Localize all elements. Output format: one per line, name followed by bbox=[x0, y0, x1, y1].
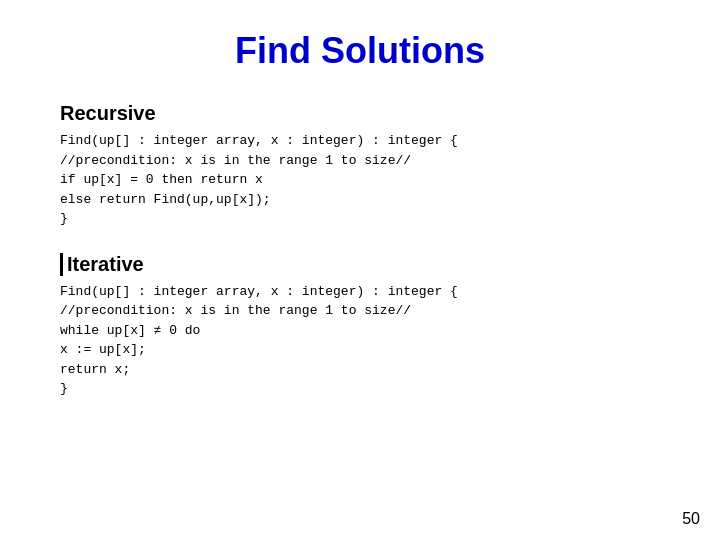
recursive-line-4: else return Find(up,up[x]); bbox=[60, 192, 271, 207]
iterative-line-4: x := up[x]; bbox=[60, 342, 146, 357]
recursive-label: Recursive bbox=[60, 102, 660, 125]
recursive-code: Find(up[] : integer array, x : integer) … bbox=[60, 131, 660, 229]
iterative-line-1: Find(up[] : integer array, x : integer) … bbox=[60, 284, 458, 299]
recursive-line-1: Find(up[] : integer array, x : integer) … bbox=[60, 133, 458, 148]
page-title: Find Solutions bbox=[0, 0, 720, 92]
iterative-line-2: //precondition: x is in the range 1 to s… bbox=[60, 303, 411, 318]
iterative-line-5: return x; bbox=[60, 362, 130, 377]
main-content: Recursive Find(up[] : integer array, x :… bbox=[0, 92, 720, 433]
iterative-line-3: while up[x] ≠ 0 do bbox=[60, 323, 200, 338]
recursive-line-2: //precondition: x is in the range 1 to s… bbox=[60, 153, 411, 168]
iterative-code: Find(up[] : integer array, x : integer) … bbox=[60, 282, 660, 399]
iterative-line-6: } bbox=[60, 381, 68, 396]
page-number: 50 bbox=[682, 510, 700, 528]
recursive-line-5: } bbox=[60, 211, 68, 226]
recursive-line-3: if up[x] = 0 then return x bbox=[60, 172, 263, 187]
iterative-label: Iterative bbox=[60, 253, 660, 276]
